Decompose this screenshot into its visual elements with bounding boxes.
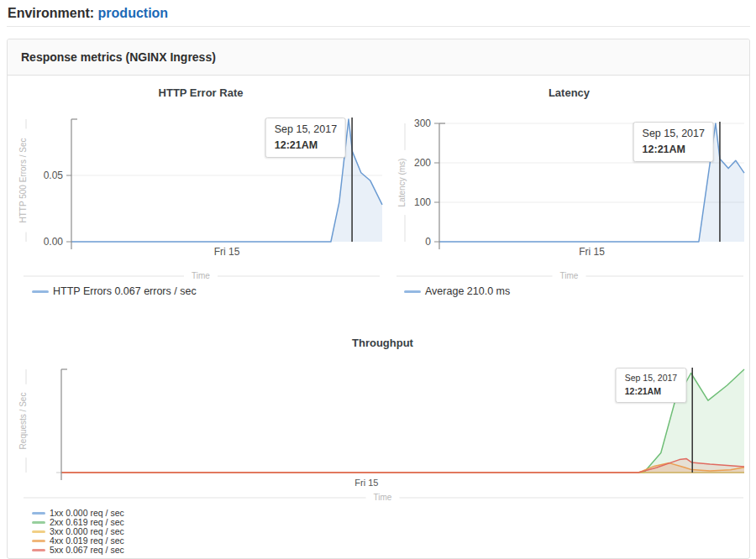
legend-item: 5xx 0.067 req / sec bbox=[32, 546, 124, 555]
tooltip-date: Sep 15, 2017 bbox=[275, 122, 337, 138]
throughput-xlabel: Time bbox=[374, 493, 392, 502]
legend-label: Average 210.0 ms bbox=[425, 285, 510, 297]
throughput-xtick: Fri 15 bbox=[354, 478, 378, 488]
http-error-rate-tooltip: Sep 15, 201712:21AM bbox=[265, 118, 346, 158]
legend-item: Average 210.0 ms bbox=[404, 285, 510, 297]
http-error-rate-plot[interactable]: 0.050.00Fri 15HTTP 500 Errors / SecTime bbox=[15, 80, 386, 300]
throughput-ylabel: Requests / Sec bbox=[18, 393, 28, 450]
http-error-rate-xtick: Fri 15 bbox=[214, 246, 240, 258]
tooltip-time: 12:21AM bbox=[643, 142, 705, 158]
latency-chart[interactable]: Latency 3002001000Fri 15Latency (ms)Time… bbox=[388, 80, 750, 300]
http-error-rate-ylabel: HTTP 500 Errors / Sec bbox=[18, 138, 28, 223]
legend-label: HTTP Errors 0.067 errors / sec bbox=[53, 285, 197, 297]
environment-label: Environment: bbox=[8, 6, 94, 20]
latency-tooltip: Sep 15, 201712:21AM bbox=[633, 122, 714, 162]
environment-header: Environment: production bbox=[8, 6, 168, 21]
legend-swatch-icon bbox=[32, 549, 45, 551]
http-error-rate-ytick: 0.05 bbox=[44, 170, 64, 181]
http-error-rate-ytick: 0.00 bbox=[44, 236, 64, 248]
latency-xtick: Fri 15 bbox=[579, 246, 605, 258]
panel-heading: Response metrics (NGINX Ingress) bbox=[8, 39, 749, 76]
panel-title: Response metrics (NGINX Ingress) bbox=[21, 50, 216, 64]
legend-item: HTTP Errors 0.067 errors / sec bbox=[32, 285, 197, 297]
throughput-plot[interactable]: Fri 15Requests / SecTime bbox=[15, 330, 750, 508]
http-error-rate-xlabel: Time bbox=[192, 271, 210, 280]
legend-swatch-icon bbox=[32, 290, 49, 293]
latency-ytick: 200 bbox=[414, 157, 431, 169]
throughput-legend: 1xx 0.000 req / sec2xx 0.619 req / sec3x… bbox=[32, 509, 124, 555]
latency-legend: Average 210.0 ms bbox=[404, 285, 510, 297]
legend-swatch-icon bbox=[32, 530, 45, 533]
latency-ytick: 0 bbox=[425, 236, 431, 248]
http-error-rate-legend: HTTP Errors 0.067 errors / sec bbox=[32, 285, 197, 297]
throughput-chart[interactable]: Throughput Fri 15Requests / SecTime Sep … bbox=[15, 330, 750, 508]
legend-swatch-icon bbox=[404, 290, 421, 293]
latency-plot[interactable]: 3002001000Fri 15Latency (ms)Time bbox=[388, 80, 750, 300]
legend-swatch-icon bbox=[32, 540, 45, 542]
legend-swatch-icon bbox=[32, 512, 45, 515]
tooltip-date: Sep 15, 2017 bbox=[643, 126, 705, 142]
latency-ytick: 100 bbox=[414, 196, 431, 208]
throughput-tooltip: Sep 15, 201712:21AM bbox=[616, 368, 686, 403]
tooltip-date: Sep 15, 2017 bbox=[625, 372, 677, 385]
legend-swatch-icon bbox=[32, 521, 45, 524]
latency-ylabel: Latency (ms) bbox=[397, 159, 407, 207]
header-divider bbox=[7, 26, 750, 27]
tooltip-time: 12:21AM bbox=[275, 138, 337, 154]
latency-ytick: 300 bbox=[414, 118, 431, 129]
legend-label: 5xx 0.067 req / sec bbox=[50, 546, 124, 555]
http-error-rate-chart[interactable]: HTTP Error Rate 0.050.00Fri 15HTTP 500 E… bbox=[15, 80, 386, 300]
latency-xlabel: Time bbox=[560, 271, 579, 280]
throughput-series-5xx bbox=[61, 458, 744, 473]
tooltip-time: 12:21AM bbox=[625, 385, 677, 399]
environment-link[interactable]: production bbox=[98, 6, 169, 20]
